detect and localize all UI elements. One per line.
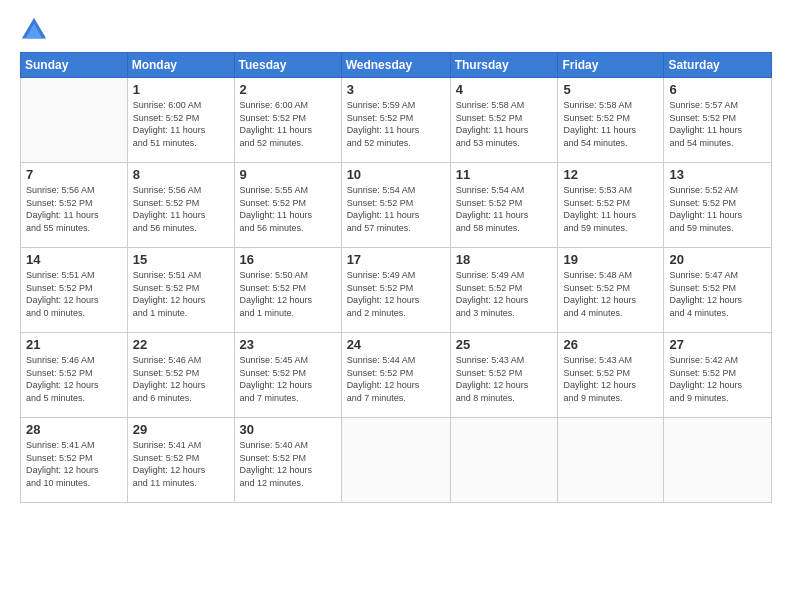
day-info: Sunrise: 5:49 AMSunset: 5:52 PMDaylight:…	[456, 269, 553, 319]
day-info: Sunrise: 5:46 AMSunset: 5:52 PMDaylight:…	[133, 354, 229, 404]
weekday-header-monday: Monday	[127, 53, 234, 78]
week-row-1: 1Sunrise: 6:00 AMSunset: 5:52 PMDaylight…	[21, 78, 772, 163]
day-info: Sunrise: 5:54 AMSunset: 5:52 PMDaylight:…	[456, 184, 553, 234]
weekday-header-saturday: Saturday	[664, 53, 772, 78]
day-cell: 26Sunrise: 5:43 AMSunset: 5:52 PMDayligh…	[558, 333, 664, 418]
logo-icon	[20, 16, 48, 44]
day-info: Sunrise: 5:51 AMSunset: 5:52 PMDaylight:…	[133, 269, 229, 319]
day-info: Sunrise: 5:46 AMSunset: 5:52 PMDaylight:…	[26, 354, 122, 404]
week-row-5: 28Sunrise: 5:41 AMSunset: 5:52 PMDayligh…	[21, 418, 772, 503]
day-number: 8	[133, 167, 229, 182]
day-number: 29	[133, 422, 229, 437]
day-info: Sunrise: 6:00 AMSunset: 5:52 PMDaylight:…	[133, 99, 229, 149]
day-number: 16	[240, 252, 336, 267]
weekday-header-thursday: Thursday	[450, 53, 558, 78]
day-info: Sunrise: 5:52 AMSunset: 5:52 PMDaylight:…	[669, 184, 766, 234]
day-cell	[450, 418, 558, 503]
day-info: Sunrise: 5:57 AMSunset: 5:52 PMDaylight:…	[669, 99, 766, 149]
day-cell: 27Sunrise: 5:42 AMSunset: 5:52 PMDayligh…	[664, 333, 772, 418]
day-cell: 11Sunrise: 5:54 AMSunset: 5:52 PMDayligh…	[450, 163, 558, 248]
day-info: Sunrise: 5:47 AMSunset: 5:52 PMDaylight:…	[669, 269, 766, 319]
day-number: 22	[133, 337, 229, 352]
logo	[20, 16, 52, 44]
day-cell	[558, 418, 664, 503]
day-number: 24	[347, 337, 445, 352]
day-info: Sunrise: 5:59 AMSunset: 5:52 PMDaylight:…	[347, 99, 445, 149]
day-number: 25	[456, 337, 553, 352]
day-number: 13	[669, 167, 766, 182]
day-info: Sunrise: 5:42 AMSunset: 5:52 PMDaylight:…	[669, 354, 766, 404]
day-cell: 7Sunrise: 5:56 AMSunset: 5:52 PMDaylight…	[21, 163, 128, 248]
day-number: 2	[240, 82, 336, 97]
day-number: 12	[563, 167, 658, 182]
day-info: Sunrise: 5:58 AMSunset: 5:52 PMDaylight:…	[456, 99, 553, 149]
day-cell: 14Sunrise: 5:51 AMSunset: 5:52 PMDayligh…	[21, 248, 128, 333]
day-number: 21	[26, 337, 122, 352]
weekday-header-wednesday: Wednesday	[341, 53, 450, 78]
day-cell: 22Sunrise: 5:46 AMSunset: 5:52 PMDayligh…	[127, 333, 234, 418]
calendar: SundayMondayTuesdayWednesdayThursdayFrid…	[20, 52, 772, 503]
day-cell: 28Sunrise: 5:41 AMSunset: 5:52 PMDayligh…	[21, 418, 128, 503]
page: SundayMondayTuesdayWednesdayThursdayFrid…	[0, 0, 792, 612]
day-number: 20	[669, 252, 766, 267]
day-cell: 18Sunrise: 5:49 AMSunset: 5:52 PMDayligh…	[450, 248, 558, 333]
day-cell: 6Sunrise: 5:57 AMSunset: 5:52 PMDaylight…	[664, 78, 772, 163]
day-cell: 21Sunrise: 5:46 AMSunset: 5:52 PMDayligh…	[21, 333, 128, 418]
weekday-header-tuesday: Tuesday	[234, 53, 341, 78]
day-cell: 17Sunrise: 5:49 AMSunset: 5:52 PMDayligh…	[341, 248, 450, 333]
day-cell	[664, 418, 772, 503]
weekday-header-friday: Friday	[558, 53, 664, 78]
day-cell: 8Sunrise: 5:56 AMSunset: 5:52 PMDaylight…	[127, 163, 234, 248]
day-info: Sunrise: 5:44 AMSunset: 5:52 PMDaylight:…	[347, 354, 445, 404]
day-cell: 25Sunrise: 5:43 AMSunset: 5:52 PMDayligh…	[450, 333, 558, 418]
day-number: 18	[456, 252, 553, 267]
day-cell: 12Sunrise: 5:53 AMSunset: 5:52 PMDayligh…	[558, 163, 664, 248]
day-info: Sunrise: 5:45 AMSunset: 5:52 PMDaylight:…	[240, 354, 336, 404]
day-info: Sunrise: 5:54 AMSunset: 5:52 PMDaylight:…	[347, 184, 445, 234]
day-number: 23	[240, 337, 336, 352]
day-number: 10	[347, 167, 445, 182]
day-info: Sunrise: 5:48 AMSunset: 5:52 PMDaylight:…	[563, 269, 658, 319]
day-info: Sunrise: 5:41 AMSunset: 5:52 PMDaylight:…	[26, 439, 122, 489]
day-cell: 1Sunrise: 6:00 AMSunset: 5:52 PMDaylight…	[127, 78, 234, 163]
day-cell	[21, 78, 128, 163]
weekday-header-sunday: Sunday	[21, 53, 128, 78]
day-number: 6	[669, 82, 766, 97]
day-cell: 4Sunrise: 5:58 AMSunset: 5:52 PMDaylight…	[450, 78, 558, 163]
day-cell: 9Sunrise: 5:55 AMSunset: 5:52 PMDaylight…	[234, 163, 341, 248]
day-info: Sunrise: 5:56 AMSunset: 5:52 PMDaylight:…	[133, 184, 229, 234]
day-info: Sunrise: 5:41 AMSunset: 5:52 PMDaylight:…	[133, 439, 229, 489]
day-info: Sunrise: 5:58 AMSunset: 5:52 PMDaylight:…	[563, 99, 658, 149]
day-info: Sunrise: 5:43 AMSunset: 5:52 PMDaylight:…	[456, 354, 553, 404]
day-number: 4	[456, 82, 553, 97]
day-number: 28	[26, 422, 122, 437]
day-cell: 29Sunrise: 5:41 AMSunset: 5:52 PMDayligh…	[127, 418, 234, 503]
day-cell: 24Sunrise: 5:44 AMSunset: 5:52 PMDayligh…	[341, 333, 450, 418]
day-info: Sunrise: 6:00 AMSunset: 5:52 PMDaylight:…	[240, 99, 336, 149]
day-cell: 10Sunrise: 5:54 AMSunset: 5:52 PMDayligh…	[341, 163, 450, 248]
day-cell: 20Sunrise: 5:47 AMSunset: 5:52 PMDayligh…	[664, 248, 772, 333]
day-number: 19	[563, 252, 658, 267]
day-number: 1	[133, 82, 229, 97]
day-info: Sunrise: 5:43 AMSunset: 5:52 PMDaylight:…	[563, 354, 658, 404]
day-info: Sunrise: 5:50 AMSunset: 5:52 PMDaylight:…	[240, 269, 336, 319]
day-cell: 13Sunrise: 5:52 AMSunset: 5:52 PMDayligh…	[664, 163, 772, 248]
day-number: 15	[133, 252, 229, 267]
weekday-header-row: SundayMondayTuesdayWednesdayThursdayFrid…	[21, 53, 772, 78]
day-number: 27	[669, 337, 766, 352]
day-number: 9	[240, 167, 336, 182]
day-info: Sunrise: 5:40 AMSunset: 5:52 PMDaylight:…	[240, 439, 336, 489]
day-info: Sunrise: 5:51 AMSunset: 5:52 PMDaylight:…	[26, 269, 122, 319]
header	[20, 16, 772, 44]
day-info: Sunrise: 5:53 AMSunset: 5:52 PMDaylight:…	[563, 184, 658, 234]
day-number: 7	[26, 167, 122, 182]
day-number: 3	[347, 82, 445, 97]
day-number: 11	[456, 167, 553, 182]
day-cell: 19Sunrise: 5:48 AMSunset: 5:52 PMDayligh…	[558, 248, 664, 333]
day-info: Sunrise: 5:56 AMSunset: 5:52 PMDaylight:…	[26, 184, 122, 234]
day-info: Sunrise: 5:49 AMSunset: 5:52 PMDaylight:…	[347, 269, 445, 319]
day-cell: 30Sunrise: 5:40 AMSunset: 5:52 PMDayligh…	[234, 418, 341, 503]
week-row-4: 21Sunrise: 5:46 AMSunset: 5:52 PMDayligh…	[21, 333, 772, 418]
day-cell: 3Sunrise: 5:59 AMSunset: 5:52 PMDaylight…	[341, 78, 450, 163]
day-number: 14	[26, 252, 122, 267]
